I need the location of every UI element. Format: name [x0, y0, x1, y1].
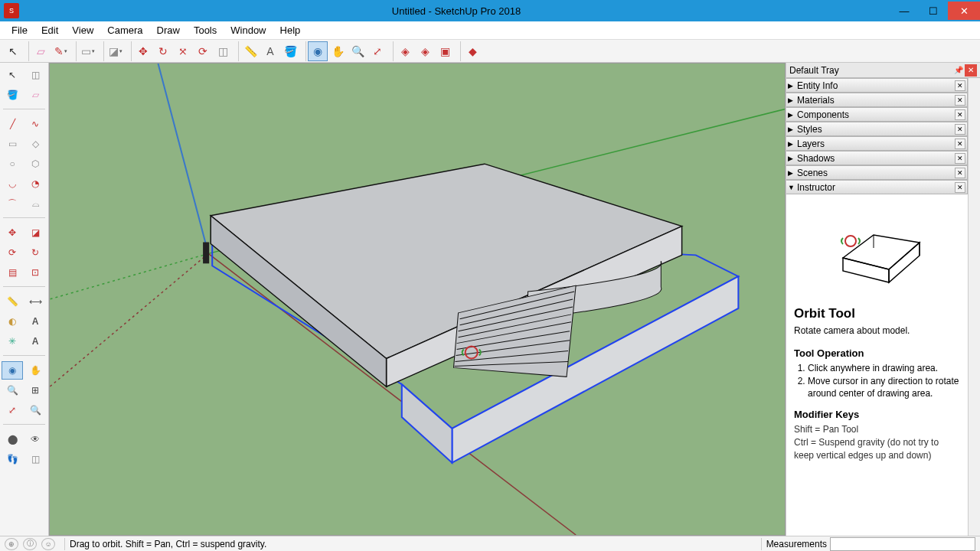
pushpull-tool[interactable]: ◪ — [24, 223, 46, 242]
section-tool[interactable]: ◫ — [24, 450, 46, 468]
close-button[interactable]: ✕ — [948, 2, 980, 20]
tb-paint[interactable]: 🪣 — [280, 41, 300, 61]
tb-rotate-drag[interactable]: ↻ — [153, 41, 173, 61]
menu-edit[interactable]: Edit — [34, 22, 65, 38]
walk-tool[interactable]: 👣 — [2, 450, 23, 468]
tb-eraser[interactable]: ▱ — [31, 41, 51, 61]
panel-close-icon[interactable]: ✕ — [955, 109, 965, 120]
offset-tool[interactable]: ⊡ — [24, 263, 46, 282]
tb-pan[interactable]: ✋ — [328, 41, 348, 61]
panel-close-icon[interactable]: ✕ — [955, 182, 965, 193]
scale-tool[interactable]: ▤ — [2, 263, 23, 282]
dimension-tool[interactable]: ⟷ — [24, 292, 46, 311]
tb-rotate[interactable]: ⟳ — [193, 41, 213, 61]
tb-zoom[interactable]: 🔍 — [348, 41, 368, 61]
panel-head-instructor[interactable]: ▼Instructor✕ — [786, 180, 968, 194]
expand-icon: ▶ — [788, 111, 797, 119]
make-component-tool[interactable]: ◫ — [24, 66, 46, 84]
tb-pencil[interactable]: ✎▾ — [51, 41, 70, 61]
tb-ext[interactable]: ▣ — [435, 41, 455, 61]
text-tool[interactable]: A — [24, 312, 46, 331]
tb-offset[interactable]: ◫ — [213, 41, 233, 61]
menu-help[interactable]: Help — [273, 22, 308, 38]
tb-text[interactable]: A — [260, 41, 280, 61]
zoom-ext-tool[interactable]: ⤢ — [2, 401, 23, 419]
orbit-tool[interactable]: ◉ — [2, 361, 23, 380]
3dtext-tool[interactable]: A — [24, 332, 46, 350]
panel-head-components[interactable]: ▶Components✕ — [786, 107, 968, 122]
tb-tape[interactable]: 📏 — [240, 41, 260, 61]
tb-select-arrow[interactable]: ↖ — [3, 41, 23, 61]
look-tool[interactable]: 👁 — [24, 430, 46, 448]
tb-move[interactable]: ✥ — [133, 41, 153, 61]
panel-close-icon[interactable]: ✕ — [955, 124, 965, 135]
menu-camera[interactable]: Camera — [100, 22, 149, 38]
statusbar: ⊕ ⓘ ☺ Drag to orbit. Shift = Pan, Ctrl =… — [0, 536, 980, 551]
instructor-content: Orbit ToolRotate camera about model.Tool… — [786, 194, 968, 536]
minimize-button[interactable]: — — [890, 2, 919, 20]
panel-head-styles[interactable]: ▶Styles✕ — [786, 122, 968, 136]
panel-close-icon[interactable]: ✕ — [955, 153, 965, 164]
geo-icon[interactable]: ⊕ — [5, 538, 18, 550]
tb-layout[interactable]: ◆ — [462, 41, 482, 61]
tb-3dw[interactable]: ◈ — [415, 41, 435, 61]
panel-head-layers[interactable]: ▶Layers✕ — [786, 136, 968, 151]
credit-icon[interactable]: ⓘ — [23, 538, 37, 550]
arc2-tool[interactable]: ⌒ — [2, 194, 23, 213]
rotate-tool[interactable]: ⟳ — [2, 243, 23, 262]
polygon-tool[interactable]: ⬡ — [24, 155, 46, 173]
arc3-tool[interactable]: ⌓ — [24, 194, 46, 213]
followme-tool[interactable]: ↻ — [24, 243, 46, 262]
pin-icon[interactable]: 📌 — [952, 64, 965, 77]
arc-tool[interactable]: ◡ — [2, 174, 23, 193]
tray-header[interactable]: Default Tray 📌 ✕ — [786, 63, 980, 78]
paint-tool[interactable]: 🪣 — [2, 86, 23, 104]
panel-close-icon[interactable]: ✕ — [955, 95, 965, 106]
panel-head-entity-info[interactable]: ▶Entity Info✕ — [786, 78, 968, 93]
tb-pushpull[interactable]: ◪▾ — [106, 41, 126, 61]
rect-tool[interactable]: ▭ — [2, 135, 23, 153]
menu-tools[interactable]: Tools — [187, 22, 224, 38]
tb-zoom-ext[interactable]: ⤢ — [368, 41, 387, 61]
zoom-window-tool[interactable]: ⊞ — [24, 381, 46, 399]
expand-icon: ▶ — [788, 126, 797, 133]
svg-marker-27 — [889, 243, 920, 282]
rotated-rect-tool[interactable]: ◇ — [24, 135, 46, 153]
select-tool[interactable]: ↖ — [2, 66, 23, 84]
eraser-tool[interactable]: ▱ — [24, 86, 46, 104]
zoom-tool[interactable]: 🔍 — [2, 381, 23, 399]
tb-orbit[interactable]: ◉ — [308, 41, 328, 61]
panel-head-shadows[interactable]: ▶Shadows✕ — [786, 151, 968, 165]
panel-head-materials[interactable]: ▶Materials✕ — [786, 93, 968, 107]
maximize-button[interactable]: ☐ — [919, 2, 948, 20]
panel-close-icon[interactable]: ✕ — [955, 80, 965, 91]
person-icon[interactable]: ☺ — [41, 538, 55, 550]
pie-tool[interactable]: ◔ — [24, 174, 46, 193]
menu-window[interactable]: Window — [224, 22, 273, 38]
pan-tool[interactable]: ✋ — [24, 361, 46, 380]
tape-tool[interactable]: 📏 — [2, 292, 23, 311]
menu-draw[interactable]: Draw — [150, 22, 187, 38]
axes-tool[interactable]: ✳ — [2, 332, 23, 350]
protractor-tool[interactable]: ◐ — [2, 312, 23, 331]
titlebar: S Untitled - SketchUp Pro 2018 — ☐ ✕ — [0, 0, 980, 21]
circle-tool[interactable]: ○ — [2, 155, 23, 173]
line-tool[interactable]: ╱ — [2, 115, 23, 133]
prev-tool[interactable]: 🔍 — [24, 401, 46, 419]
tb-scale[interactable]: ⤧ — [173, 41, 193, 61]
menu-view[interactable]: View — [65, 22, 100, 38]
position-camera-tool[interactable]: ⬤ — [2, 430, 23, 448]
panel-close-icon[interactable]: ✕ — [955, 168, 965, 178]
tb-warehouse[interactable]: ◈ — [395, 41, 415, 61]
tray-close-icon[interactable]: ✕ — [965, 64, 977, 77]
move-tool[interactable]: ✥ — [2, 223, 23, 242]
tray-scrollbar[interactable] — [968, 78, 980, 536]
panel-head-scenes[interactable]: ▶Scenes✕ — [786, 165, 968, 180]
measurements-input[interactable] — [830, 537, 975, 551]
viewport-3d[interactable] — [49, 63, 786, 536]
panel-close-icon[interactable]: ✕ — [955, 139, 965, 149]
svg-rect-23 — [203, 242, 209, 263]
freehand-tool[interactable]: ∿ — [24, 115, 46, 133]
menu-file[interactable]: File — [5, 22, 34, 38]
tb-rect[interactable]: ▭▾ — [78, 41, 98, 61]
